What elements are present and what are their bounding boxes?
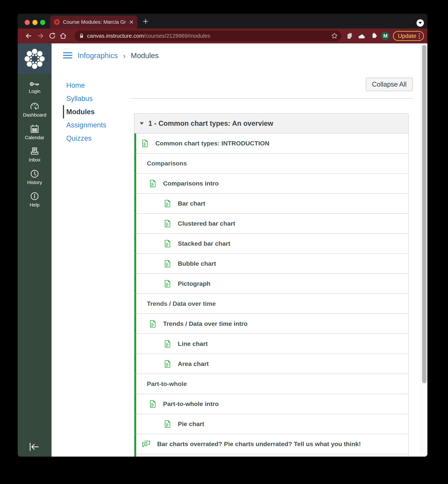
breadcrumb-course-link[interactable]: Infographics [78, 52, 118, 60]
sidebar-item-dashboard[interactable]: Dashboard [18, 99, 52, 121]
page-icon [164, 360, 171, 368]
module-header[interactable]: 1 - Common chart types: An overview [134, 114, 408, 133]
back-button[interactable] [25, 32, 32, 39]
browser-window: Course Modules: Marcia Gray - c [18, 14, 427, 457]
chevron-down-icon [419, 22, 422, 24]
discussion-icon [142, 440, 150, 448]
course-nav-assignments[interactable]: Assignments [63, 118, 126, 132]
module-item: Comparisons intro [134, 174, 408, 194]
sidebar-item-history[interactable]: History [18, 166, 52, 188]
url-path: /courses/2129969/modules [144, 33, 210, 39]
maximize-window-button[interactable] [40, 20, 45, 25]
page-icon [164, 420, 171, 428]
module-item-link[interactable]: Pictograph [178, 280, 211, 287]
bookmark-star-icon[interactable] [331, 32, 338, 39]
sidebar-item-label: Calendar [25, 135, 44, 141]
module-item-link[interactable]: Part-to-whole intro [163, 400, 219, 407]
collapse-all-button[interactable]: Collapse All [366, 78, 413, 91]
page-icon [164, 220, 171, 227]
tab-bar: Course Modules: Marcia Gray - [18, 14, 427, 29]
module-item-link[interactable]: Pie chart [178, 420, 204, 428]
address-bar[interactable]: canvas.instructure.com/courses/2129969/m… [74, 31, 341, 41]
module-item: Clustered bar chart [134, 214, 408, 234]
course-nav-home[interactable]: Home [63, 79, 126, 92]
close-window-button[interactable] [25, 20, 30, 25]
divider [130, 98, 413, 99]
browser-menu-icon[interactable] [419, 33, 420, 39]
sidebar-item-inbox[interactable]: Inbox [18, 144, 52, 166]
module-item-link[interactable]: Common chart types: INTRODUCTION [155, 140, 270, 147]
sidebar-item-label: Help [30, 202, 39, 208]
module-item: Area chart [134, 354, 408, 374]
module-item-link[interactable]: Comparisons intro [163, 180, 219, 187]
module-item-partial [134, 454, 408, 457]
reload-button[interactable] [48, 32, 56, 39]
update-button[interactable]: Update [393, 31, 424, 41]
module-item: Bubble chart [134, 254, 408, 274]
course-nav-quizzes[interactable]: Quizzes [63, 132, 126, 145]
page-icon [150, 320, 156, 328]
canvas-logo[interactable] [18, 43, 52, 74]
tab-search-button[interactable] [416, 19, 424, 27]
hamburger-menu-icon[interactable] [63, 52, 72, 60]
module-item-link[interactable]: Bar chart [178, 200, 205, 207]
lock-icon [79, 33, 84, 39]
calendar-icon [30, 125, 39, 133]
module-title: 1 - Common chart types: An overview [148, 119, 273, 127]
forward-button[interactable] [37, 32, 44, 39]
page-scrollbar[interactable] [420, 43, 427, 457]
window-controls [25, 20, 45, 25]
breadcrumb: Infographics › Modules [63, 52, 159, 60]
module-subheader: Part-to-whole [134, 374, 408, 394]
module-item: Pie chart [134, 414, 408, 434]
module-subheader: Comparisons [134, 154, 408, 174]
browser-toolbar: canvas.instructure.com/courses/2129969/m… [18, 29, 427, 43]
tab-title-suffix: - [128, 19, 129, 25]
module-item-link[interactable]: Clustered bar chart [178, 220, 235, 227]
home-button[interactable] [59, 32, 67, 39]
subheader-title: Trends / Data over time [147, 300, 216, 307]
extensions-puzzle-icon[interactable] [370, 32, 377, 39]
module-item: Stacked bar chart [134, 234, 408, 254]
help-icon [30, 192, 39, 201]
page-icon [150, 400, 156, 408]
module-card: 1 - Common chart types: An overview Comm… [134, 113, 409, 457]
module-item: Pictograph [134, 274, 408, 294]
url-domain: canvas.instructure.com [87, 33, 144, 39]
new-tab-button[interactable] [142, 18, 149, 25]
browser-tab[interactable]: Course Modules: Marcia Gray - [50, 16, 137, 29]
inbox-icon [30, 147, 39, 156]
module-item-link[interactable]: Line chart [178, 340, 208, 347]
module-item: Trends / Data over time intro [134, 314, 408, 334]
subheader-title: Part-to-whole [147, 380, 187, 387]
collapse-sidebar-icon[interactable] [28, 442, 40, 452]
profile-avatar[interactable]: M [381, 32, 390, 40]
tab-close-icon[interactable] [129, 20, 134, 24]
module-item-link[interactable]: Area chart [178, 360, 209, 367]
minimize-window-button[interactable] [32, 20, 38, 25]
dashboard-icon [30, 102, 39, 111]
subheader-title: Comparisons [147, 160, 187, 167]
documents-icon[interactable] [346, 32, 353, 39]
sidebar-item-calendar[interactable]: Calendar [18, 121, 52, 144]
course-nav-modules[interactable]: Modules [63, 105, 126, 118]
module-item: Line chart [134, 334, 408, 354]
module-item: Common chart types: INTRODUCTION [134, 133, 408, 154]
sidebar-item-login[interactable]: Login [18, 76, 52, 99]
breadcrumb-separator: › [123, 52, 126, 59]
tab-title: Course Modules: Marcia Gray [63, 19, 126, 25]
module-item-link[interactable]: Bubble chart [178, 260, 216, 267]
sidebar-item-label: History [27, 180, 42, 185]
page-icon [164, 280, 171, 288]
scrollbar-thumb[interactable] [422, 45, 426, 383]
course-nav-syllabus[interactable]: Syllabus [63, 92, 126, 105]
module-item: Bar charts overrated? Pie charts underra… [134, 434, 408, 454]
module-item-link[interactable]: Bar charts overrated? Pie charts underra… [157, 440, 361, 448]
sidebar-item-label: Dashboard [23, 112, 46, 118]
collapse-module-icon[interactable] [140, 122, 144, 125]
module-item-link[interactable]: Stacked bar chart [178, 240, 230, 247]
cloud-icon[interactable] [358, 33, 366, 39]
course-nav: HomeSyllabusModulesAssignmentsQuizzes [63, 79, 126, 145]
module-item-link[interactable]: Trends / Data over time intro [163, 320, 248, 327]
sidebar-item-help[interactable]: Help [18, 188, 52, 211]
